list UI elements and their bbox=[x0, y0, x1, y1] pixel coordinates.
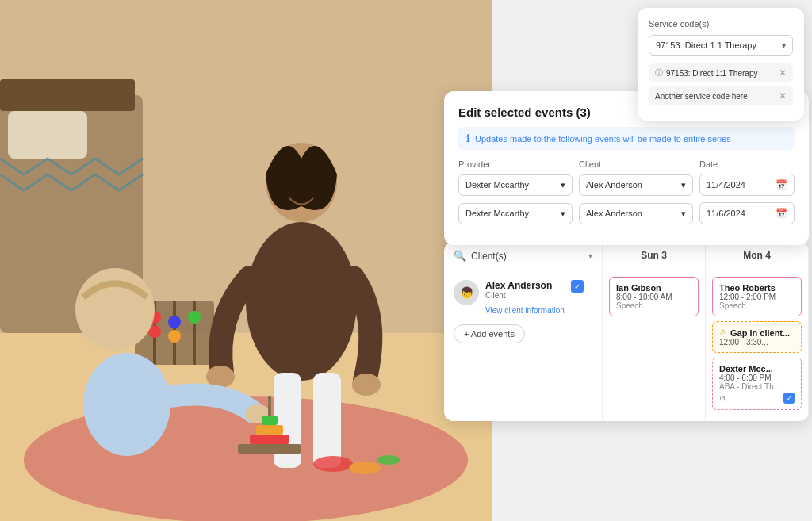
table-header: Provider Client Date bbox=[458, 159, 795, 169]
col-date: Date bbox=[699, 159, 795, 169]
event-checkbox[interactable]: ✓ bbox=[783, 393, 795, 404]
provider-select-0[interactable]: Dexter Mccarthy ▾ bbox=[458, 174, 573, 196]
client-card: 👦 Alex Anderson Client View client infor… bbox=[454, 280, 592, 316]
day-header-sun: Sun 3 bbox=[603, 242, 706, 270]
day-col-mon: Theo Roberts 12:00 - 2:00 PM Speech ⚠ Ga… bbox=[706, 270, 809, 421]
date-value-1: 11/6/2024 bbox=[707, 209, 745, 218]
event-time: 8:00 - 10:00 AM bbox=[616, 293, 691, 301]
client-checkbox[interactable]: ✓ bbox=[571, 280, 584, 293]
mon-event-2[interactable]: Dexter Mcc... 4:00 - 6:00 PM ABA - Direc… bbox=[712, 358, 802, 410]
svg-point-34 bbox=[377, 455, 400, 465]
svg-rect-27 bbox=[238, 444, 301, 454]
event-type: Speech bbox=[719, 301, 795, 310]
svg-point-24 bbox=[83, 353, 170, 456]
svg-rect-29 bbox=[256, 425, 283, 435]
service-tag-label-1: Another service code here bbox=[655, 92, 776, 101]
svg-rect-5 bbox=[0, 79, 135, 111]
schedule-panel: 🔍 Client(s) ▾ Sun 3 Mon 4 👦 Alex Anderso… bbox=[444, 242, 809, 421]
date-value-0: 11/4/2024 bbox=[707, 180, 745, 190]
service-codes-panel: Service code(s) 97153: Direct 1:1 Therap… bbox=[638, 8, 804, 121]
day-header-mon: Mon 4 bbox=[706, 242, 809, 270]
add-events-button[interactable]: + Add events bbox=[454, 324, 525, 343]
calendar-icon: 📅 bbox=[776, 179, 787, 190]
svg-point-22 bbox=[289, 186, 295, 192]
svg-point-23 bbox=[308, 186, 314, 192]
client-select-0[interactable]: Alex Anderson ▾ bbox=[579, 174, 693, 196]
provider-value-0: Dexter Mccarthy bbox=[465, 180, 529, 190]
info-banner-text: Updates made to the following events wil… bbox=[475, 134, 731, 144]
service-tag-0: ⓘ 97153: Direct 1:1 Therapy ✕ bbox=[649, 63, 793, 82]
svg-point-33 bbox=[349, 462, 381, 474]
chevron-down-icon: ▾ bbox=[588, 251, 592, 260]
svg-point-19 bbox=[352, 374, 381, 396]
event-time: 12:00 - 2:00 PM bbox=[719, 293, 795, 301]
client-name: Alex Anderson bbox=[485, 280, 565, 291]
provider-select-1[interactable]: Dexter Mccarthy ▾ bbox=[458, 203, 573, 224]
svg-rect-6 bbox=[8, 111, 87, 159]
mon-event-0[interactable]: Theo Roberts 12:00 - 2:00 PM Speech bbox=[712, 277, 802, 316]
event-name: Dexter Mcc... bbox=[719, 364, 795, 374]
service-tag-label-0: 97153: Direct 1:1 Therapy bbox=[666, 69, 776, 78]
col-client: Client bbox=[579, 159, 693, 169]
client-select-1[interactable]: Alex Anderson ▾ bbox=[579, 203, 693, 224]
event-name: Theo Roberts bbox=[719, 283, 795, 293]
event-type: Speech bbox=[616, 301, 691, 310]
svg-point-16 bbox=[246, 222, 357, 381]
service-tag-1: Another service code here ✕ bbox=[649, 86, 793, 105]
svg-point-14 bbox=[168, 330, 181, 343]
event-name: Gap in client... bbox=[730, 328, 790, 338]
avatar: 👦 bbox=[454, 280, 479, 305]
schedule-header: 🔍 Client(s) ▾ Sun 3 Mon 4 bbox=[444, 242, 809, 270]
event-footer: ↺ ✓ bbox=[719, 393, 795, 404]
event-time: 4:00 - 6:00 PM bbox=[719, 374, 795, 382]
close-icon[interactable]: ✕ bbox=[779, 90, 787, 102]
svg-rect-30 bbox=[262, 416, 278, 425]
svg-point-15 bbox=[188, 311, 201, 324]
mon-event-1[interactable]: ⚠ Gap in client... 12:00 - 3:30... bbox=[712, 321, 802, 353]
service-code-value: 97153: Direct 1:1 Therapy bbox=[656, 40, 756, 50]
calendar-icon: 📅 bbox=[776, 208, 787, 219]
event-name: Ian Gibson bbox=[616, 283, 691, 293]
info-icon: ⓘ bbox=[655, 67, 663, 79]
info-icon: ℹ bbox=[466, 132, 470, 144]
svg-rect-28 bbox=[250, 435, 289, 444]
view-client-link[interactable]: View client information bbox=[485, 306, 565, 315]
svg-point-32 bbox=[313, 456, 353, 472]
date-field-0[interactable]: 11/4/2024 📅 bbox=[699, 174, 795, 196]
sun-event-0[interactable]: Ian Gibson 8:00 - 10:00 AM Speech bbox=[609, 277, 699, 316]
date-field-1[interactable]: 11/6/2024 📅 bbox=[699, 202, 795, 224]
event-row-0: Dexter Mccarthy ▾ Alex Anderson ▾ 11/4/2… bbox=[458, 174, 795, 196]
svg-point-13 bbox=[168, 316, 181, 328]
schedule-body: 👦 Alex Anderson Client View client infor… bbox=[444, 270, 809, 421]
service-codes-label: Service code(s) bbox=[649, 19, 793, 29]
close-icon[interactable]: ✕ bbox=[779, 67, 787, 79]
event-time: 12:00 - 3:30... bbox=[719, 338, 795, 347]
event-type: ABA - Direct Th... bbox=[719, 382, 795, 391]
provider-value-1: Dexter Mccarthy bbox=[465, 209, 529, 218]
svg-rect-31 bbox=[268, 396, 271, 416]
chevron-down-icon: ▾ bbox=[681, 209, 686, 219]
event-row-1: Dexter Mccarthy ▾ Alex Anderson ▾ 11/6/2… bbox=[458, 202, 795, 224]
client-value-0: Alex Anderson bbox=[586, 180, 642, 190]
repeat-icon: ↺ bbox=[719, 394, 726, 403]
client-value-1: Alex Anderson bbox=[586, 209, 642, 218]
day-col-sun: Ian Gibson 8:00 - 10:00 AM Speech bbox=[603, 270, 706, 421]
chevron-down-icon: ▾ bbox=[782, 41, 786, 50]
chevron-down-icon: ▾ bbox=[561, 209, 565, 219]
client-search-area[interactable]: 🔍 Client(s) ▾ bbox=[444, 242, 603, 270]
background-photo bbox=[0, 0, 492, 521]
info-banner: ℹ Updates made to the following events w… bbox=[458, 127, 795, 150]
col-provider: Provider bbox=[458, 159, 573, 169]
client-info: Alex Anderson Client View client informa… bbox=[485, 280, 565, 316]
avatar-emoji: 👦 bbox=[460, 286, 473, 299]
search-icon: 🔍 bbox=[454, 250, 466, 262]
warning-row: ⚠ Gap in client... bbox=[719, 328, 795, 338]
svg-rect-21 bbox=[313, 373, 341, 468]
client-role: Client bbox=[485, 291, 565, 300]
chevron-down-icon: ▾ bbox=[681, 180, 686, 190]
warning-icon: ⚠ bbox=[719, 328, 727, 338]
client-search-label: Client(s) bbox=[471, 251, 584, 262]
chevron-down-icon: ▾ bbox=[561, 180, 565, 190]
service-code-dropdown[interactable]: 97153: Direct 1:1 Therapy ▾ bbox=[649, 35, 793, 56]
client-col: 👦 Alex Anderson Client View client infor… bbox=[444, 270, 603, 421]
